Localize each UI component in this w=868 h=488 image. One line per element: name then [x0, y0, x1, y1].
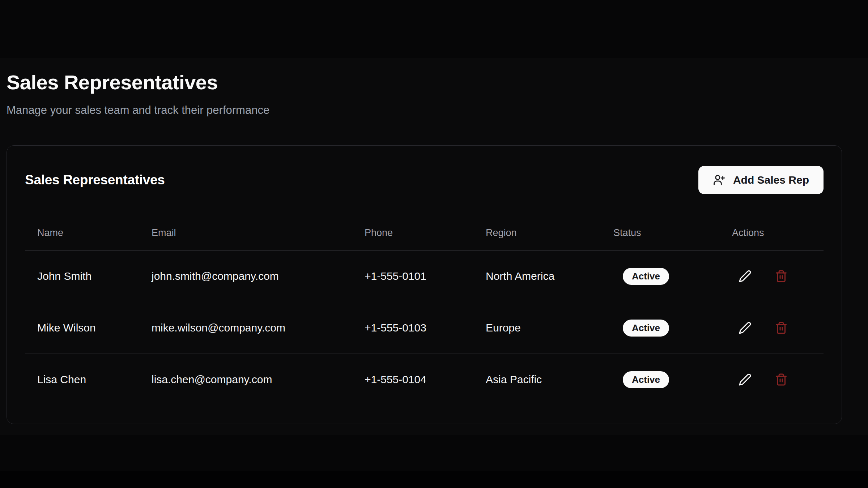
- page-title: Sales Representatives: [7, 71, 842, 94]
- card-header: Sales Representatives Add Sales Rep: [25, 166, 824, 194]
- rep-status-cell: Active: [601, 354, 720, 406]
- status-badge: Active: [623, 268, 669, 285]
- trash-icon: [775, 270, 788, 283]
- table-body: John Smith john.smith@company.com +1-555…: [25, 251, 824, 406]
- pencil-icon: [739, 270, 752, 283]
- card-title: Sales Representatives: [25, 172, 165, 188]
- pencil-icon: [739, 373, 752, 386]
- column-header-status: Status: [601, 217, 720, 251]
- column-header-name: Name: [25, 217, 139, 251]
- rep-phone-cell: +1-555-0103: [352, 302, 473, 354]
- table-row: Lisa Chen lisa.chen@company.com +1-555-0…: [25, 354, 824, 406]
- status-badge: Active: [623, 320, 669, 337]
- sales-reps-card: Sales Representatives Add Sales Rep: [7, 145, 842, 424]
- page: Sales Representatives Manage your sales …: [0, 0, 868, 488]
- rep-name-cell: Lisa Chen: [25, 354, 139, 406]
- table-row: Mike Wilson mike.wilson@company.com +1-5…: [25, 302, 824, 354]
- edit-button[interactable]: [737, 268, 753, 284]
- edit-button[interactable]: [737, 320, 753, 336]
- rep-region-cell: Asia Pacific: [473, 354, 601, 406]
- add-sales-rep-button[interactable]: Add Sales Rep: [698, 166, 824, 194]
- user-plus-icon: [713, 174, 725, 186]
- add-sales-rep-label: Add Sales Rep: [733, 174, 809, 186]
- rep-region-cell: Europe: [473, 302, 601, 354]
- column-header-region: Region: [473, 217, 601, 251]
- rep-actions-cell: [720, 251, 824, 302]
- edit-button[interactable]: [737, 372, 753, 388]
- delete-button[interactable]: [773, 320, 789, 336]
- status-badge: Active: [623, 371, 669, 388]
- rep-region-cell: North America: [473, 251, 601, 302]
- column-header-actions: Actions: [720, 217, 824, 251]
- rep-actions-cell: [720, 354, 824, 406]
- rep-name-cell: Mike Wilson: [25, 302, 139, 354]
- column-header-email: Email: [139, 217, 352, 251]
- rep-email-cell: lisa.chen@company.com: [139, 354, 352, 406]
- column-header-phone: Phone: [352, 217, 473, 251]
- main-content: Sales Representatives Manage your sales …: [7, 0, 842, 424]
- row-actions: [737, 372, 820, 388]
- row-actions: [737, 268, 820, 284]
- pencil-icon: [739, 321, 752, 334]
- rep-name-cell: John Smith: [25, 251, 139, 302]
- table-header-row: Name Email Phone Region Status Actions: [25, 217, 824, 251]
- delete-button[interactable]: [773, 268, 789, 284]
- trash-icon: [775, 373, 788, 386]
- page-subtitle: Manage your sales team and track their p…: [7, 103, 842, 118]
- table-row: John Smith john.smith@company.com +1-555…: [25, 251, 824, 302]
- rep-status-cell: Active: [601, 251, 720, 302]
- row-actions: [737, 320, 820, 336]
- rep-phone-cell: +1-555-0104: [352, 354, 473, 406]
- rep-actions-cell: [720, 302, 824, 354]
- rep-status-cell: Active: [601, 302, 720, 354]
- delete-button[interactable]: [773, 372, 789, 388]
- trash-icon: [775, 321, 788, 334]
- rep-email-cell: john.smith@company.com: [139, 251, 352, 302]
- sales-reps-table: Name Email Phone Region Status Actions J…: [25, 217, 824, 406]
- rep-email-cell: mike.wilson@company.com: [139, 302, 352, 354]
- rep-phone-cell: +1-555-0101: [352, 251, 473, 302]
